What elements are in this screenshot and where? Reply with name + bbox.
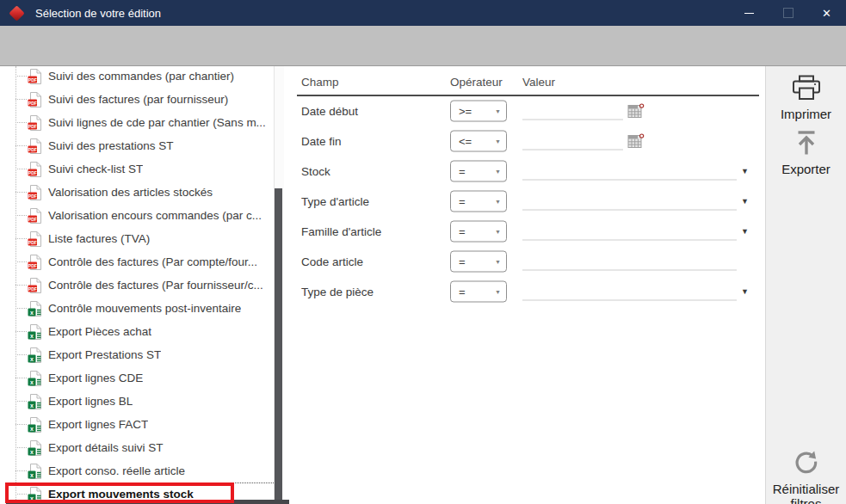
chevron-down-icon: ▼ <box>495 198 501 204</box>
excel-file-icon: x <box>28 347 42 364</box>
filter-field-label: Type de pièce <box>301 285 374 298</box>
filter-value-input[interactable] <box>522 162 737 180</box>
app-logo-icon <box>9 5 24 21</box>
svg-text:PDF: PDF <box>28 100 37 105</box>
filter-value-input[interactable] <box>522 252 737 270</box>
operator-dropdown[interactable]: <= ▼ <box>450 130 507 151</box>
report-list-item[interactable]: x Export conso. réelle article <box>7 459 279 482</box>
export-button[interactable]: Exporter <box>766 130 846 176</box>
report-list-item[interactable]: PDF Suivi des prestations ST <box>7 134 279 157</box>
titlebar: Sélection de votre édition ✕ <box>0 0 846 26</box>
pdf-file-icon: PDF <box>28 277 42 294</box>
pdf-file-icon: PDF <box>28 91 42 108</box>
report-list-item[interactable]: x Export détails suivi ST <box>7 436 279 459</box>
operator-dropdown[interactable]: = ▼ <box>450 250 507 272</box>
svg-text:x: x <box>30 332 34 338</box>
operator-value: = <box>459 285 466 298</box>
svg-text:PDF: PDF <box>28 286 37 291</box>
report-list-item[interactable]: x Export lignes CDE <box>7 366 279 390</box>
toolbar-band <box>0 26 846 65</box>
filter-value-input[interactable] <box>522 192 737 210</box>
print-button[interactable]: Imprimer <box>766 75 846 121</box>
report-name: Liste factures (TVA) <box>48 232 150 245</box>
export-label: Exporter <box>768 162 845 176</box>
calendar-icon[interactable] <box>627 132 645 149</box>
report-name: Contrôle des factures (Par compte/four..… <box>48 255 257 268</box>
excel-file-icon: x <box>28 416 42 433</box>
minimize-icon <box>744 13 754 14</box>
report-list-item[interactable]: x Export lignes FACT <box>7 413 279 436</box>
upload-arrow-icon <box>795 130 818 159</box>
horizontal-scrollbar-thumb[interactable] <box>6 500 289 504</box>
calendar-icon[interactable] <box>627 102 645 119</box>
chevron-down-icon: ▼ <box>495 228 501 234</box>
filter-field-label: Date fin <box>301 134 342 147</box>
maximize-button[interactable] <box>769 0 807 26</box>
chevron-down-icon[interactable]: ▼ <box>741 167 749 175</box>
chevron-down-icon: ▼ <box>495 168 501 174</box>
report-list-item[interactable]: PDF Suivi des factures (par fournisseur) <box>7 88 279 111</box>
svg-text:x: x <box>30 448 34 454</box>
reset-filters-button[interactable]: Réinitialiser filtres <box>766 450 846 504</box>
filter-field-label: Famille d'article <box>301 224 381 237</box>
report-list-item[interactable]: PDF Contrôle des factures (Par fournisse… <box>7 274 279 297</box>
report-list-item[interactable]: x Contrôle mouvements post-inventaire <box>7 297 279 320</box>
report-list-item[interactable]: x Export lignes BL <box>7 390 279 413</box>
report-list-item[interactable]: x Export Prestations ST <box>7 343 279 366</box>
svg-text:PDF: PDF <box>28 146 37 151</box>
report-list-item[interactable]: PDF Suivi check-list ST <box>7 157 279 181</box>
filter-row: Type de pièce = ▼ ▼ <box>297 276 764 306</box>
operator-value: <= <box>459 134 472 147</box>
filter-value-area: ▼ <box>522 220 749 242</box>
report-list-panel: PDF Suivi des commandes (par chantier) P… <box>7 66 279 504</box>
report-list-item[interactable]: PDF Valorisation des articles stockés <box>7 181 279 204</box>
operator-dropdown[interactable]: = ▼ <box>450 280 507 302</box>
operator-dropdown[interactable]: = ▼ <box>450 220 507 242</box>
filter-row: Date fin <= ▼ <box>297 126 764 156</box>
filter-value-input[interactable] <box>522 222 737 240</box>
filter-value-area: ▼ <box>522 160 749 181</box>
window-title: Sélection de votre édition <box>35 7 161 20</box>
chevron-down-icon[interactable]: ▼ <box>741 227 749 236</box>
report-name: Export Prestations ST <box>48 348 161 361</box>
operator-value: = <box>459 255 466 267</box>
svg-text:PDF: PDF <box>28 239 37 244</box>
report-list-item[interactable]: PDF Suivi lignes de cde par chantier (Sa… <box>7 111 279 134</box>
report-list-item[interactable]: PDF Liste factures (TVA) <box>7 227 279 250</box>
operator-value: = <box>459 164 466 177</box>
filter-value-area <box>522 130 645 151</box>
report-name: Suivi des commandes (par chantier) <box>48 70 234 83</box>
chevron-down-icon: ▼ <box>495 138 501 144</box>
report-name: Valorisation encours commandes (par c... <box>48 209 262 222</box>
filter-value-input[interactable] <box>522 101 623 120</box>
operator-dropdown[interactable]: >= ▼ <box>450 100 507 121</box>
report-name: Export conso. réelle article <box>48 464 185 477</box>
minimize-button[interactable] <box>730 0 769 26</box>
svg-text:x: x <box>30 402 34 408</box>
svg-text:x: x <box>30 378 34 384</box>
report-list-item[interactable]: PDF Contrôle des factures (Par compte/fo… <box>7 250 279 274</box>
report-list-item[interactable]: PDF Suivi des commandes (par chantier) <box>7 66 279 88</box>
pdf-file-icon: PDF <box>28 254 42 271</box>
report-list-item[interactable]: x Export Pièces achat <box>7 320 279 343</box>
vertical-scrollbar-thumb[interactable] <box>275 188 282 504</box>
operator-dropdown[interactable]: = ▼ <box>450 160 507 181</box>
filter-row: Famille d'article = ▼ ▼ <box>297 216 764 246</box>
chevron-down-icon: ▼ <box>495 258 501 264</box>
pdf-file-icon: PDF <box>28 207 42 224</box>
report-name: Export détails suivi ST <box>48 441 164 454</box>
report-name: Contrôle des factures (Par fournisseur/c… <box>48 279 263 292</box>
filter-value-input[interactable] <box>522 282 737 300</box>
filter-value-input[interactable] <box>522 132 623 150</box>
operator-dropdown[interactable]: = ▼ <box>450 190 507 212</box>
report-name: Suivi des factures (par fournisseur) <box>48 93 228 106</box>
close-button[interactable]: ✕ <box>807 0 846 26</box>
printer-icon <box>792 75 821 104</box>
report-name: Suivi check-list ST <box>48 163 143 175</box>
svg-text:PDF: PDF <box>28 216 37 221</box>
column-header-field: Champ <box>301 76 339 89</box>
main-content: PDF Suivi des commandes (par chantier) P… <box>0 65 846 504</box>
chevron-down-icon[interactable]: ▼ <box>741 197 749 206</box>
report-list-item[interactable]: PDF Valorisation encours commandes (par … <box>7 204 279 227</box>
chevron-down-icon[interactable]: ▼ <box>741 287 749 296</box>
